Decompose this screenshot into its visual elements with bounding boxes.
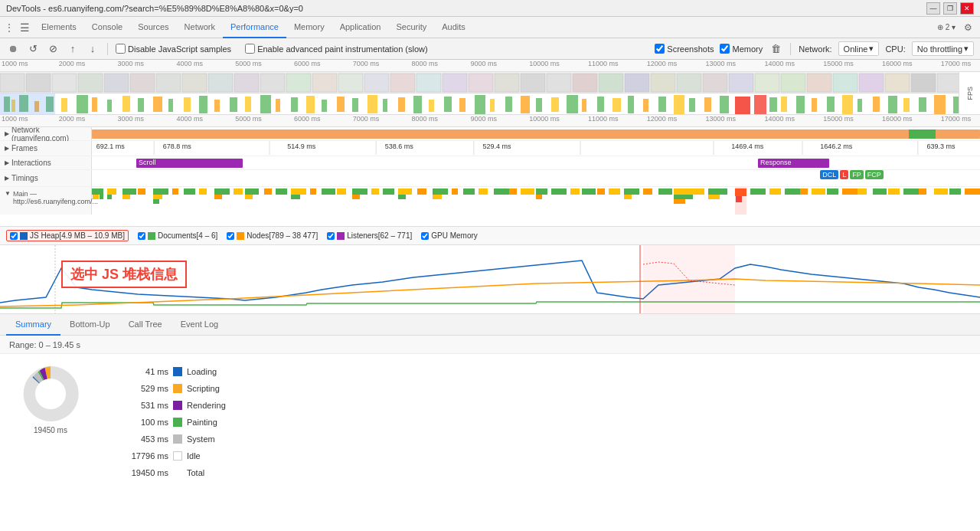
cpu-dropdown[interactable]: No throttling ▾ (912, 41, 974, 56)
listeners-label: Listeners[62 – 771] (347, 231, 412, 240)
overview-tracks[interactable]: FPS (0, 72, 980, 115)
network-track-label[interactable]: ▶ Network (ruanyifeng.com) (0, 127, 92, 140)
tab-network[interactable]: Network (177, 17, 223, 38)
documents-checkbox[interactable] (138, 232, 145, 240)
restore-button[interactable]: ❐ (943, 2, 957, 15)
svg-rect-3 (78, 74, 103, 92)
memory-checkbox[interactable] (720, 44, 730, 54)
listeners-counter[interactable]: Listeners[62 – 771] (327, 231, 412, 240)
record-button[interactable]: ⏺ (6, 42, 20, 56)
svg-rect-123 (199, 188, 207, 195)
inspect-icon[interactable]: ☰ (18, 21, 31, 34)
svg-rect-156 (597, 188, 605, 195)
total-color (173, 468, 182, 477)
svg-rect-169 (736, 196, 742, 202)
minimize-button[interactable]: — (926, 2, 940, 15)
screenshots-label[interactable]: Screenshots (655, 44, 714, 54)
memory-label[interactable]: Memory (720, 44, 763, 54)
tab-sources[interactable]: Sources (130, 17, 176, 38)
tab-audits[interactable]: Audits (434, 17, 473, 38)
nodes-checkbox[interactable] (227, 232, 234, 240)
screenshots-checkbox[interactable] (655, 44, 665, 54)
tab-eventlog[interactable]: Event Log (172, 314, 228, 336)
painting-stat: 100 ms Painting (107, 414, 968, 431)
clear-button[interactable]: ⊘ (46, 42, 60, 56)
svg-rect-85 (720, 96, 729, 113)
svg-rect-125 (214, 195, 222, 199)
timings-track-label[interactable]: ▶ Timings (0, 170, 92, 186)
overview-area[interactable]: 1000 ms 2000 ms 3000 ms 4000 ms 5000 ms … (0, 60, 980, 115)
tab-summary[interactable]: Summary (6, 314, 60, 336)
download-button[interactable]: ↓ (86, 42, 100, 56)
svg-rect-64 (398, 97, 405, 112)
svg-rect-49 (168, 99, 173, 112)
total-ms: 19450 ms (107, 468, 168, 477)
main-track-content (92, 187, 980, 215)
svg-rect-116 (122, 195, 130, 199)
disable-js-checkbox-label[interactable]: Disable JavaScript samples (116, 44, 231, 54)
svg-rect-168 (735, 188, 746, 196)
svg-rect-47 (138, 98, 144, 112)
interactions-expand-arrow[interactable]: ▶ (5, 159, 9, 166)
disable-js-checkbox[interactable] (116, 44, 126, 54)
tab-performance[interactable]: Performance (223, 17, 286, 38)
loading-label: Loading (187, 367, 217, 376)
svg-rect-172 (785, 188, 800, 195)
documents-color (148, 232, 155, 240)
upload-button[interactable]: ↑ (66, 42, 80, 56)
idle-label: Idle (187, 451, 201, 461)
svg-rect-25 (651, 74, 675, 92)
idle-stat: 17796 ms Idle (107, 447, 968, 464)
listeners-checkbox[interactable] (327, 232, 335, 240)
devtools-tabs-bar: ⋮ ☰ Elements Console Sources Network Per… (0, 17, 980, 38)
tab-elements[interactable]: Elements (34, 17, 84, 38)
svg-rect-114 (107, 195, 112, 199)
title-text: DevTools - es6.ruanyifeng.com/?search=%E… (6, 4, 926, 13)
svg-rect-119 (153, 195, 162, 199)
svg-rect-90 (796, 96, 805, 113)
interactions-track-label[interactable]: ▶ Interactions (0, 156, 92, 169)
jsheap-counter[interactable]: JS Heap[4.9 MB – 10.9 MB] (6, 230, 129, 241)
svg-rect-92 (827, 97, 835, 112)
enable-paint-checkbox[interactable] (245, 44, 255, 54)
svg-rect-55 (260, 95, 271, 113)
timings-expand-arrow[interactable]: ▶ (5, 175, 9, 182)
svg-rect-34 (885, 74, 910, 92)
jsheap-label: JS Heap[4.9 MB – 10.9 MB] (30, 231, 125, 240)
tab-application[interactable]: Application (332, 17, 389, 38)
svg-rect-31 (807, 74, 831, 92)
cpu-label: CPU: (885, 44, 905, 54)
tab-memory[interactable]: Memory (286, 17, 332, 38)
svg-rect-176 (842, 188, 858, 195)
tab-console[interactable]: Console (84, 17, 130, 38)
trash-icon[interactable]: 🗑 (769, 42, 782, 56)
devtools-menu-icon[interactable]: ⋮ (3, 21, 15, 34)
main-expand-arrow[interactable]: ▼ (5, 190, 11, 197)
frames-track-label[interactable]: ▶ Frames (0, 141, 92, 156)
svg-rect-83 (689, 98, 695, 112)
network-dropdown[interactable]: Online ▾ (838, 41, 880, 56)
main-timeline[interactable]: ▶ Network (ruanyifeng.com) ▶ Frames 692.… (0, 127, 980, 227)
tab-security[interactable]: Security (388, 17, 434, 38)
svg-rect-115 (122, 188, 136, 195)
scripting-label: Scripting (187, 384, 220, 393)
jsheap-checkbox[interactable] (10, 232, 18, 240)
network-bar (92, 129, 980, 139)
memory-graph[interactable]: 选中 JS 堆栈信息 (0, 245, 980, 314)
fp-marker: FP (850, 170, 864, 179)
reload-record-button[interactable]: ↺ (26, 42, 40, 56)
main-track-label[interactable]: ▼ Main — http://es6.ruanyifeng.com/... (0, 187, 92, 215)
nodes-counter[interactable]: Nodes[789 – 38 477] (227, 231, 318, 240)
close-button[interactable]: ✕ (960, 2, 974, 15)
tab-calltree[interactable]: Call Tree (119, 314, 172, 336)
enable-paint-checkbox-label[interactable]: Enable advanced paint instrumentation (s… (245, 44, 428, 54)
documents-counter[interactable]: Documents[4 – 6] (138, 231, 217, 240)
settings-icon[interactable]: ⚙ (962, 21, 974, 34)
svg-rect-27 (703, 74, 727, 92)
gpu-checkbox[interactable] (421, 232, 429, 240)
gpu-counter[interactable]: GPU Memory (421, 231, 478, 240)
tab-bottomup[interactable]: Bottom-Up (60, 314, 119, 336)
svg-rect-159 (624, 195, 632, 199)
frames-expand-arrow[interactable]: ▶ (5, 145, 9, 152)
network-expand-arrow[interactable]: ▶ (5, 130, 9, 137)
